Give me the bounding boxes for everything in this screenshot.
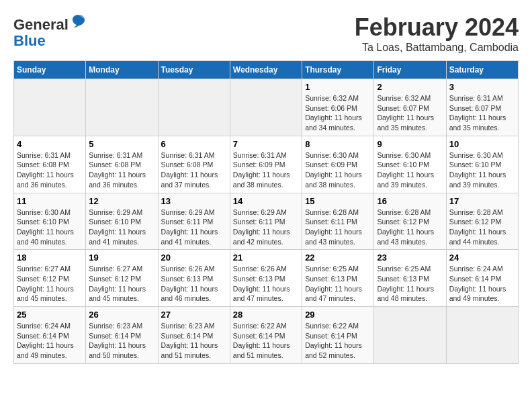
day-info: Sunrise: 6:29 AM Sunset: 6:11 PM Dayligh… xyxy=(233,208,299,247)
day-info: Sunrise: 6:24 AM Sunset: 6:14 PM Dayligh… xyxy=(17,321,83,361)
weekday-header-tuesday: Tuesday xyxy=(158,61,230,79)
day-info: Sunrise: 6:30 AM Sunset: 6:10 PM Dayligh… xyxy=(17,208,83,247)
title-block: February 2024 Ta Loas, Battambang, Cambo… xyxy=(355,13,519,54)
day-info: Sunrise: 6:32 AM Sunset: 6:06 PM Dayligh… xyxy=(305,93,371,133)
calendar-cell: 17Sunrise: 6:28 AM Sunset: 6:12 PM Dayli… xyxy=(446,193,518,250)
calendar-cell: 22Sunrise: 6:25 AM Sunset: 6:13 PM Dayli… xyxy=(302,250,374,307)
day-info: Sunrise: 6:25 AM Sunset: 6:13 PM Dayligh… xyxy=(305,264,371,304)
calendar-cell: 7Sunrise: 6:31 AM Sunset: 6:09 PM Daylig… xyxy=(230,136,302,193)
logo-bird-icon xyxy=(70,13,86,30)
day-info: Sunrise: 6:26 AM Sunset: 6:13 PM Dayligh… xyxy=(161,264,227,304)
day-info: Sunrise: 6:28 AM Sunset: 6:12 PM Dayligh… xyxy=(377,208,443,247)
calendar-cell xyxy=(86,79,158,136)
day-info: Sunrise: 6:28 AM Sunset: 6:11 PM Dayligh… xyxy=(305,208,371,247)
calendar-cell: 13Sunrise: 6:29 AM Sunset: 6:11 PM Dayli… xyxy=(158,193,230,250)
day-number: 16 xyxy=(377,196,443,206)
day-info: Sunrise: 6:28 AM Sunset: 6:12 PM Dayligh… xyxy=(449,208,515,247)
day-number: 10 xyxy=(449,139,515,149)
location-subtitle: Ta Loas, Battambang, Cambodia xyxy=(355,42,519,54)
calendar-cell: 10Sunrise: 6:30 AM Sunset: 6:10 PM Dayli… xyxy=(446,136,518,193)
weekday-header-thursday: Thursday xyxy=(302,61,374,79)
day-number: 14 xyxy=(233,196,299,206)
day-info: Sunrise: 6:22 AM Sunset: 6:14 PM Dayligh… xyxy=(305,321,371,361)
calendar-cell xyxy=(14,79,86,136)
calendar-week-row: 18Sunrise: 6:27 AM Sunset: 6:12 PM Dayli… xyxy=(14,250,519,307)
calendar-cell: 23Sunrise: 6:25 AM Sunset: 6:13 PM Dayli… xyxy=(374,250,446,307)
day-info: Sunrise: 6:32 AM Sunset: 6:07 PM Dayligh… xyxy=(377,93,443,133)
weekday-header-row: SundayMondayTuesdayWednesdayThursdayFrid… xyxy=(14,61,519,79)
day-info: Sunrise: 6:30 AM Sunset: 6:10 PM Dayligh… xyxy=(377,150,443,190)
day-info: Sunrise: 6:23 AM Sunset: 6:14 PM Dayligh… xyxy=(161,321,227,361)
page-header: General Blue February 2024 Ta Loas, Batt… xyxy=(13,13,519,54)
day-number: 22 xyxy=(305,253,371,263)
calendar-cell: 16Sunrise: 6:28 AM Sunset: 6:12 PM Dayli… xyxy=(374,193,446,250)
day-number: 21 xyxy=(233,253,299,263)
calendar-table: SundayMondayTuesdayWednesdayThursdayFrid… xyxy=(13,60,519,364)
logo: General Blue xyxy=(13,13,86,49)
day-info: Sunrise: 6:27 AM Sunset: 6:12 PM Dayligh… xyxy=(89,264,154,304)
calendar-cell: 27Sunrise: 6:23 AM Sunset: 6:14 PM Dayli… xyxy=(158,307,230,364)
calendar-week-row: 25Sunrise: 6:24 AM Sunset: 6:14 PM Dayli… xyxy=(14,307,519,364)
calendar-cell: 18Sunrise: 6:27 AM Sunset: 6:12 PM Dayli… xyxy=(14,250,86,307)
calendar-cell: 26Sunrise: 6:23 AM Sunset: 6:14 PM Dayli… xyxy=(86,307,158,364)
day-number: 13 xyxy=(161,196,227,206)
calendar-cell: 6Sunrise: 6:31 AM Sunset: 6:08 PM Daylig… xyxy=(158,136,230,193)
day-info: Sunrise: 6:24 AM Sunset: 6:14 PM Dayligh… xyxy=(449,264,515,304)
calendar-cell: 14Sunrise: 6:29 AM Sunset: 6:11 PM Dayli… xyxy=(230,193,302,250)
day-number: 15 xyxy=(305,196,371,206)
day-info: Sunrise: 6:29 AM Sunset: 6:10 PM Dayligh… xyxy=(89,208,154,247)
day-number: 20 xyxy=(161,253,227,263)
day-info: Sunrise: 6:31 AM Sunset: 6:07 PM Dayligh… xyxy=(449,93,515,133)
day-number: 1 xyxy=(305,82,371,92)
calendar-week-row: 4Sunrise: 6:31 AM Sunset: 6:08 PM Daylig… xyxy=(14,136,519,193)
calendar-cell: 3Sunrise: 6:31 AM Sunset: 6:07 PM Daylig… xyxy=(446,79,518,136)
logo-general-text: General xyxy=(13,16,69,33)
day-number: 24 xyxy=(449,253,515,263)
calendar-week-row: 11Sunrise: 6:30 AM Sunset: 6:10 PM Dayli… xyxy=(14,193,519,250)
day-number: 19 xyxy=(89,253,154,263)
calendar-cell: 11Sunrise: 6:30 AM Sunset: 6:10 PM Dayli… xyxy=(14,193,86,250)
day-info: Sunrise: 6:31 AM Sunset: 6:08 PM Dayligh… xyxy=(161,150,227,190)
calendar-cell: 12Sunrise: 6:29 AM Sunset: 6:10 PM Dayli… xyxy=(86,193,158,250)
calendar-cell: 25Sunrise: 6:24 AM Sunset: 6:14 PM Dayli… xyxy=(14,307,86,364)
day-number: 3 xyxy=(449,82,515,92)
calendar-cell: 5Sunrise: 6:31 AM Sunset: 6:08 PM Daylig… xyxy=(86,136,158,193)
day-number: 5 xyxy=(89,139,154,149)
day-info: Sunrise: 6:23 AM Sunset: 6:14 PM Dayligh… xyxy=(89,321,154,361)
day-info: Sunrise: 6:30 AM Sunset: 6:10 PM Dayligh… xyxy=(449,150,515,190)
calendar-week-row: 1Sunrise: 6:32 AM Sunset: 6:06 PM Daylig… xyxy=(14,79,519,136)
calendar-cell: 28Sunrise: 6:22 AM Sunset: 6:14 PM Dayli… xyxy=(230,307,302,364)
day-number: 2 xyxy=(377,82,443,92)
calendar-cell xyxy=(374,307,446,364)
calendar-cell: 29Sunrise: 6:22 AM Sunset: 6:14 PM Dayli… xyxy=(302,307,374,364)
calendar-cell: 2Sunrise: 6:32 AM Sunset: 6:07 PM Daylig… xyxy=(374,79,446,136)
weekday-header-sunday: Sunday xyxy=(14,61,86,79)
day-info: Sunrise: 6:31 AM Sunset: 6:08 PM Dayligh… xyxy=(89,150,154,190)
calendar-cell: 20Sunrise: 6:26 AM Sunset: 6:13 PM Dayli… xyxy=(158,250,230,307)
calendar-cell xyxy=(230,79,302,136)
day-number: 6 xyxy=(161,139,227,149)
day-number: 11 xyxy=(17,196,83,206)
day-info: Sunrise: 6:31 AM Sunset: 6:08 PM Dayligh… xyxy=(17,150,83,190)
day-number: 12 xyxy=(89,196,154,206)
day-number: 29 xyxy=(305,310,371,320)
calendar-cell: 4Sunrise: 6:31 AM Sunset: 6:08 PM Daylig… xyxy=(14,136,86,193)
day-info: Sunrise: 6:30 AM Sunset: 6:09 PM Dayligh… xyxy=(305,150,371,190)
day-info: Sunrise: 6:25 AM Sunset: 6:13 PM Dayligh… xyxy=(377,264,443,304)
weekday-header-friday: Friday xyxy=(374,61,446,79)
weekday-header-saturday: Saturday xyxy=(446,61,518,79)
weekday-header-wednesday: Wednesday xyxy=(230,61,302,79)
day-info: Sunrise: 6:29 AM Sunset: 6:11 PM Dayligh… xyxy=(161,208,227,247)
day-number: 27 xyxy=(161,310,227,320)
day-info: Sunrise: 6:31 AM Sunset: 6:09 PM Dayligh… xyxy=(233,150,299,190)
day-number: 18 xyxy=(17,253,83,263)
day-number: 23 xyxy=(377,253,443,263)
logo-blue-text: Blue xyxy=(13,32,46,49)
day-number: 26 xyxy=(89,310,154,320)
calendar-cell xyxy=(158,79,230,136)
day-number: 9 xyxy=(377,139,443,149)
day-number: 4 xyxy=(17,139,83,149)
day-info: Sunrise: 6:27 AM Sunset: 6:12 PM Dayligh… xyxy=(17,264,83,304)
calendar-cell: 9Sunrise: 6:30 AM Sunset: 6:10 PM Daylig… xyxy=(374,136,446,193)
day-number: 7 xyxy=(233,139,299,149)
